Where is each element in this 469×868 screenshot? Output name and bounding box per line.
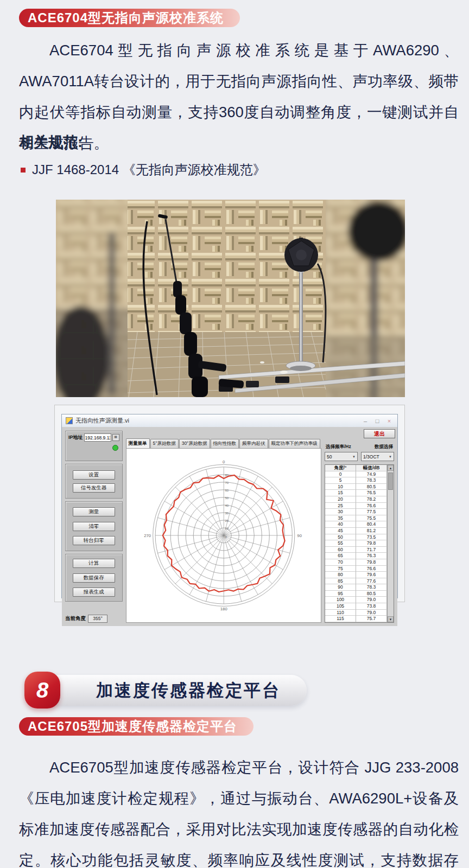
table-cell: 79.0 xyxy=(356,610,387,616)
svg-text:70: 70 xyxy=(225,481,229,484)
table-cell: 110 xyxy=(325,610,356,616)
ip-browse-button[interactable]: ▦ xyxy=(112,434,119,441)
button-报表生成[interactable]: 报表生成 xyxy=(73,588,115,597)
tab-6[interactable]: 额定功率下的声功率级 xyxy=(269,439,320,448)
table-cell: 30 xyxy=(325,509,356,515)
button-转台归零[interactable]: 转台归零 xyxy=(73,536,115,545)
table-cell: 45 xyxy=(325,528,356,534)
section8-number-badge: 8 xyxy=(24,672,60,709)
window-titlebar: 无指向性声源测量.vi – □ × xyxy=(62,414,397,427)
button-group-1: 设置信号发生器 xyxy=(65,464,123,499)
table-row: 7576.6 xyxy=(325,566,387,572)
svg-text:50: 50 xyxy=(225,496,229,500)
tab-4[interactable]: 指向性指数 xyxy=(211,439,239,448)
table-cell: 100 xyxy=(325,597,356,603)
table-scrollbar[interactable]: ▲ ▼ xyxy=(387,465,394,622)
ip-input[interactable] xyxy=(84,433,111,442)
polar-chart-area: 10203040506070800090180270 xyxy=(126,448,321,623)
current-angle-row: 当前角度 355° xyxy=(65,615,123,623)
close-icon[interactable]: × xyxy=(383,418,395,424)
table-cell: 55 xyxy=(325,540,356,547)
button-设置[interactable]: 设置 xyxy=(73,470,115,480)
left-control-panel: IP地址 ▦ 设置信号发生器测量清零转台归零计算数据保存报表生成 当前角度 35… xyxy=(65,431,123,623)
table-row: 4581.2 xyxy=(325,528,387,534)
table-cell: 5 xyxy=(325,477,356,484)
table-cell: 80.5 xyxy=(356,484,387,490)
table-row: 074.9 xyxy=(325,471,387,478)
window-title: 无指向性声源测量.vi xyxy=(75,417,359,425)
svg-text:40: 40 xyxy=(225,503,229,507)
connection-led-icon xyxy=(112,445,118,451)
tab-strip: 测量菜单5°原始数据30°原始数据指向性指数频带内起伏额定功率下的声功率级 xyxy=(126,438,321,448)
tab-2[interactable]: 5°原始数据 xyxy=(150,439,179,448)
table-cell: 50 xyxy=(325,534,356,541)
svg-text:180: 180 xyxy=(220,607,227,611)
table-cell: 40 xyxy=(325,521,356,528)
chart-column: 测量菜单5°原始数据30°原始数据指向性指数频带内起伏额定功率下的声功率级 10… xyxy=(126,431,321,623)
button-计算[interactable]: 计算 xyxy=(73,559,115,568)
table-cell: 76.6 xyxy=(356,566,387,572)
current-angle-label: 当前角度 xyxy=(65,615,86,622)
tab-3[interactable]: 30°原始数据 xyxy=(179,439,210,448)
button-测量[interactable]: 测量 xyxy=(73,507,115,516)
table-cell: 80.5 xyxy=(356,591,387,597)
table-row: 1576.5 xyxy=(325,490,387,496)
button-group-2: 测量清零转台归零 xyxy=(65,501,123,551)
table-cell: 79.6 xyxy=(356,572,387,578)
button-清零[interactable]: 清零 xyxy=(73,522,115,531)
table-cell: 115 xyxy=(325,616,356,622)
table-cell: 85 xyxy=(325,578,356,585)
table-cell: 0 xyxy=(325,471,356,478)
section8-paragraph: ACE6705型加速度传感器检定平台，设计符合 JJG 233-2008 《压电… xyxy=(19,752,459,868)
table-cell: 10 xyxy=(325,484,356,490)
table-cell: 76.5 xyxy=(356,490,387,496)
table-header-amplitude: 幅值/dB xyxy=(356,465,387,471)
minimize-icon[interactable]: – xyxy=(359,418,371,424)
table-cell: 78.3 xyxy=(356,477,387,484)
freq-dropdown-value: 50 xyxy=(327,454,332,459)
freq-select-label: 选择频率/Hz xyxy=(326,444,351,450)
ip-label: IP地址 xyxy=(68,434,83,441)
tab-5[interactable]: 频带内起伏 xyxy=(239,439,268,448)
anechoic-chamber-photo xyxy=(56,200,405,397)
scrollbar-thumb[interactable] xyxy=(388,473,393,490)
button-信号发生器[interactable]: 信号发生器 xyxy=(73,483,115,493)
data-dropdown-value: 1/3OCT xyxy=(363,454,379,459)
ip-address-box: IP地址 ▦ xyxy=(65,431,123,461)
section7-paragraph: ACE6704型无指向声源校准系统是基于AWA6290、AWA7011A转台设计… xyxy=(19,35,459,158)
data-dropdown[interactable]: 1/3OCT ▼ xyxy=(361,452,394,461)
freq-dropdown[interactable]: 50 ▼ xyxy=(325,452,358,461)
scroll-down-icon[interactable]: ▼ xyxy=(388,616,394,622)
table-header-angle: 角度/° xyxy=(325,465,356,471)
data-select-label: 数据选择 xyxy=(375,444,393,450)
chevron-down-icon: ▼ xyxy=(352,455,356,458)
photo-left-blur xyxy=(56,200,133,397)
section8-badge: ACE6705型加速度传感器检定平台 xyxy=(19,717,253,736)
exit-button[interactable]: 退出 xyxy=(364,429,395,438)
table-row: 5579.8 xyxy=(325,540,387,547)
section8-title-pill: 加速度传感器检定平台 xyxy=(42,675,307,706)
table-cell: 78.2 xyxy=(356,496,387,503)
table-row: 578.3 xyxy=(325,477,387,484)
tab-1[interactable]: 测量菜单 xyxy=(126,438,150,448)
table-cell: 76.6 xyxy=(356,503,387,509)
chevron-down-icon: ▼ xyxy=(389,455,392,458)
table-cell: 76.3 xyxy=(356,553,387,559)
table-row: 7079.8 xyxy=(325,559,387,566)
table-cell: 80.4 xyxy=(356,521,387,528)
spec-list-item: JJF 1468-2014 《无指向声源校准规范》 xyxy=(21,161,266,178)
table-row: 8079.6 xyxy=(325,572,387,578)
svg-text:90: 90 xyxy=(297,533,302,538)
svg-text:60: 60 xyxy=(225,488,229,492)
table-cell: 81.2 xyxy=(356,528,387,534)
maximize-icon[interactable]: □ xyxy=(371,418,383,424)
table-cell: 75.7 xyxy=(356,616,387,622)
right-data-column: 选择频率/Hz 数据选择 50 ▼ 1/3OCT ▼ xyxy=(325,444,394,623)
table-row: 4080.4 xyxy=(325,521,387,528)
table-row: 1080.5 xyxy=(325,484,387,490)
table-cell: 20 xyxy=(325,496,356,503)
button-数据保存[interactable]: 数据保存 xyxy=(73,573,115,583)
table-row: 8577.6 xyxy=(325,578,387,585)
table-row: 2576.6 xyxy=(325,503,387,509)
scroll-up-icon[interactable]: ▲ xyxy=(388,465,394,471)
